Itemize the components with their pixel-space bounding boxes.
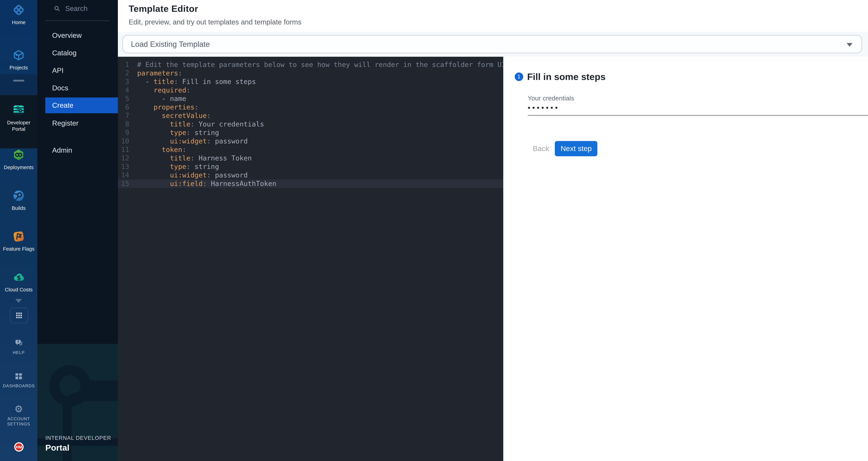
code-text: type: string: [137, 163, 219, 170]
sidebar-nav: OverviewCatalogAPIDocsCreateRegisterAdmi…: [37, 27, 118, 159]
sidebar-item-docs[interactable]: Docs: [37, 79, 118, 97]
code-text: ui:field: HarnessAuthToken: [137, 180, 276, 188]
deployments-icon: [12, 148, 25, 161]
code-editor[interactable]: 1# Edit the template parameters below to…: [118, 57, 503, 461]
search-icon: [53, 5, 61, 12]
code-text: ui:widget: password: [137, 137, 248, 145]
module-grid-button[interactable]: [10, 307, 28, 323]
builds-icon: [12, 189, 25, 202]
line-number: 15: [120, 179, 129, 188]
sidebar-divider: [45, 21, 110, 21]
nav-rail-item-cloud-costs[interactable]: $ Cloud Costs: [0, 271, 37, 293]
line-number: 12: [120, 154, 129, 163]
code-line[interactable]: 13 type: string: [118, 163, 503, 171]
code-line[interactable]: 2parameters:: [118, 69, 503, 77]
line-number: 3: [120, 77, 129, 86]
code-text: properties:: [137, 103, 198, 111]
page-subtitle: Edit, preview, and try out templates and…: [129, 18, 301, 26]
nav-rail-item-projects[interactable]: Projects: [0, 49, 37, 71]
home-icon: [12, 3, 25, 17]
content-split: 1# Edit the template parameters below to…: [118, 57, 868, 461]
line-number: 13: [120, 163, 129, 171]
credentials-password-input[interactable]: •••••••: [528, 103, 560, 112]
feature-flags-icon: [12, 230, 25, 243]
nav-rail-label: HELP: [13, 350, 25, 355]
code-line[interactable]: 12 title: Harness Token: [118, 154, 503, 163]
main-content: Template Editor Edit, preview, and try o…: [118, 0, 868, 461]
line-number: 8: [120, 120, 129, 129]
code-line[interactable]: 4 required:: [118, 86, 503, 95]
code-text: title: Harness Token: [137, 154, 252, 162]
sidebar-item-overview[interactable]: Overview: [37, 27, 118, 44]
chevron-down-icon[interactable]: [15, 299, 22, 303]
code-line[interactable]: 3 - title: Fill in some steps: [118, 77, 503, 86]
load-template-select[interactable]: Load Existing Template: [122, 35, 862, 53]
code-text: ui:widget: password: [137, 171, 248, 179]
load-template-select-value: Load Existing Template: [131, 40, 210, 48]
sidebar-item-admin[interactable]: Admin: [37, 141, 118, 159]
caret-down-icon: [847, 43, 852, 47]
line-number: 14: [120, 171, 129, 179]
sidebar-item-register[interactable]: Register: [37, 114, 118, 132]
sidebar-item-create[interactable]: Create: [45, 97, 118, 113]
rail-section-divider: [0, 74, 37, 95]
rail-drag-handle[interactable]: [13, 80, 24, 81]
line-number: 9: [120, 129, 129, 137]
dashboards-icon: [14, 371, 24, 381]
grid-icon: [15, 311, 23, 320]
nav-rail-item-help[interactable]: ?HELP: [0, 338, 37, 355]
next-step-button[interactable]: Next step: [555, 141, 597, 156]
code-text: type: string: [137, 129, 219, 136]
code-line[interactable]: 9 type: string: [118, 129, 503, 137]
nav-rail-item-dashboards[interactable]: DASHBOARDS: [0, 371, 37, 389]
code-line[interactable]: 1# Edit the template parameters below to…: [118, 61, 503, 69]
brand-subtitle: INTERNAL DEVELOPER: [45, 435, 111, 441]
left-nav-rail: HM Home Projects Developer Portal Deploy…: [0, 0, 37, 461]
code-line[interactable]: 5 - name: [118, 95, 503, 103]
search-input[interactable]: Search: [53, 4, 88, 13]
code-text: required:: [137, 86, 190, 94]
cloud-costs-icon: $: [12, 271, 25, 284]
code-line[interactable]: 11 token:: [118, 145, 503, 154]
decorative-bar: [87, 381, 118, 392]
nav-rail-label: Cloud Costs: [5, 287, 33, 293]
nav-rail-label: Deployments: [4, 164, 33, 171]
nav-rail-item-builds[interactable]: Builds: [0, 189, 37, 211]
help-icon: ?: [14, 338, 24, 348]
code-line[interactable]: 7 secretValue:: [118, 111, 503, 120]
projects-icon: [12, 49, 25, 62]
nav-rail-item-deployments[interactable]: Deployments: [0, 148, 37, 170]
nav-rail-item-feature-flags[interactable]: Feature Flags: [0, 230, 37, 252]
credentials-field-label: Your credentials: [528, 95, 574, 102]
code-line[interactable]: 14 ui:widget: password: [118, 171, 503, 179]
line-number: 1: [120, 61, 129, 69]
sidebar-item-api[interactable]: API: [37, 62, 118, 79]
code-line[interactable]: 6 properties:: [118, 103, 503, 111]
nav-rail-item-home[interactable]: Home: [0, 3, 37, 26]
code-text: title: Your credentials: [137, 120, 264, 128]
svg-text:?: ?: [17, 340, 19, 344]
nav-rail-item-developer-portal[interactable]: Developer Portal: [0, 95, 37, 149]
brand-title: Portal: [45, 443, 111, 453]
back-button[interactable]: Back: [526, 141, 556, 156]
template-select-strip: Load Existing Template: [118, 32, 868, 57]
code-line[interactable]: 10 ui:widget: password: [118, 137, 503, 145]
avatar[interactable]: HM: [14, 442, 24, 452]
search-placeholder: Search: [65, 4, 88, 13]
developer-portal-icon: [12, 103, 25, 117]
line-number: 2: [120, 69, 129, 77]
step-number-badge: 1: [515, 72, 523, 81]
gear-icon: ⚙: [14, 404, 23, 414]
line-number: 11: [120, 145, 129, 154]
nav-rail-label: DASHBOARDS: [3, 383, 35, 389]
sidebar: Search OverviewCatalogAPIDocsCreateRegis…: [37, 0, 118, 461]
code-line[interactable]: 15 ui:field: HarnessAuthToken: [118, 179, 503, 188]
input-underline: [528, 115, 868, 116]
step-title: Fill in some steps: [527, 71, 606, 82]
app-window: HM Home Projects Developer Portal Deploy…: [0, 0, 868, 461]
code-line[interactable]: 8 title: Your credentials: [118, 120, 503, 129]
nav-rail-label: Developer Portal: [3, 120, 35, 132]
line-number: 4: [120, 86, 129, 95]
nav-rail-item-account-settings[interactable]: ⚙ACCOUNT SETTINGS: [0, 404, 37, 427]
sidebar-item-catalog[interactable]: Catalog: [37, 44, 118, 62]
